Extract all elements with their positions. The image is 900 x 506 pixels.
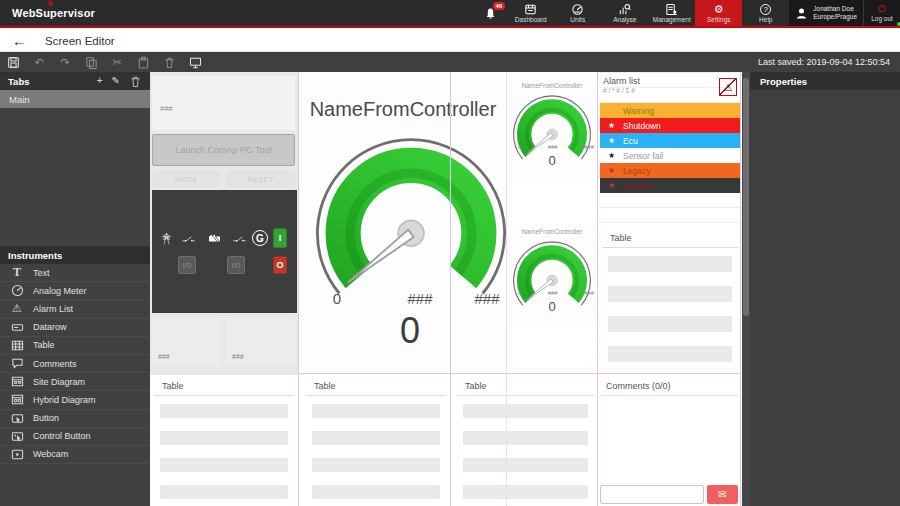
comment-input[interactable] [600,485,704,504]
comments-title: Comments (0/0) [600,375,738,396]
analog-meter-big[interactable]: NameFromController 0 ### ### 0 [298,72,508,373]
editor-canvas[interactable]: ### Launch ComAp PC Tool MODE RESET G I … [150,72,742,506]
instrument-item[interactable]: Analog Meter [0,282,150,300]
logout-button[interactable]: ⏻ Log out [863,0,900,26]
tabs-header: Tabs + ✎ [0,72,150,90]
gauge-value: 0 [298,310,522,352]
tab-item-main[interactable]: Main [0,90,150,108]
instrument-item[interactable]: Button [0,410,150,428]
alarm-row[interactable]: ★ Legacy [600,163,740,178]
alarm-label: Legacy [623,166,650,176]
top-nav-item[interactable]: Management [648,0,695,26]
text-widget[interactable]: ### [152,76,295,130]
alarm-label: Inactive [623,181,652,191]
instrument-item[interactable]: Table [0,337,150,355]
redo-button[interactable]: ↷ [52,57,78,68]
instrument-item[interactable]: Comments [0,355,150,373]
datarow-widget[interactable]: ### [152,317,221,365]
top-nav-item[interactable]: Units [554,0,601,26]
top-nav-label: Management [653,16,691,23]
instrument-item[interactable]: ⚠ Alarm List [0,300,150,318]
top-nav-item[interactable]: Dashboard [507,0,554,26]
gcb-breaker-button[interactable]: I/O [227,256,245,274]
alarm-row[interactable]: ★ Sensor fail [600,148,740,163]
alarm-mute-icon[interactable]: ⚠ [719,78,737,96]
save-button[interactable] [0,56,26,69]
editor-toolbar: ↶ ↷ ✂ Last saved: 2019-09-04 12:50:54 [0,52,900,72]
alarm-row[interactable]: Warning [600,103,740,118]
analog-meter-small[interactable]: NameFromController 0 ### ### 0 [508,224,596,328]
alarm-row[interactable]: ★ Ecu [600,133,740,148]
instrument-item[interactable]: T Text [0,264,150,282]
datarow-widget[interactable]: ### [226,317,295,365]
send-comment-button[interactable]: ✉ [707,485,738,504]
alarm-list-widget[interactable]: Alarm list # / * # / Σ # ⚠ Warning ★ Shu… [600,76,740,200]
analog-meter-icon [10,284,24,298]
launch-comap-button[interactable]: Launch ComAp PC Tool [152,134,295,166]
instrument-label: Alarm List [33,304,73,314]
table-widget[interactable]: Table [600,227,740,373]
brand-logo[interactable]: ✳ WebSupervisor [0,0,170,26]
preview-button[interactable] [182,56,208,69]
instrument-label: Analog Meter [33,286,87,296]
mode-button[interactable]: MODE [152,170,221,188]
top-nav-item[interactable]: Analyse [601,0,648,26]
alarm-star-icon: ★ [608,136,616,145]
single-line-diagram-widget[interactable]: G I I/O I/O O [152,190,297,313]
instrument-item[interactable]: Site Diagram [0,373,150,391]
instruments-header: Instruments [0,246,150,264]
mcb-breaker-button[interactable]: I/O [178,256,196,274]
table-widget[interactable]: Table [152,375,296,506]
instrument-item[interactable]: Hybrid Diagram [0,391,150,409]
table-row [463,404,588,418]
analyse-icon [618,3,631,15]
table-row [312,431,440,445]
paste-button[interactable] [130,56,156,69]
logout-label: Log out [871,15,893,22]
alarm-row[interactable]: ★ Inactive [600,178,740,193]
table-row [160,404,288,418]
instrument-item[interactable]: Webcam [0,446,150,464]
user-menu[interactable]: Jonathan Doe Europe/Prague [789,0,863,26]
tabs-title: Tabs [8,76,29,87]
top-nav-label: Units [570,16,585,23]
copy-button[interactable] [78,56,104,69]
top-navigation-bar: ✳ WebSupervisor 46 Dashboard Units Analy… [0,0,900,28]
top-nav-item[interactable]: ⚙ Settings [695,0,742,26]
table-title: Table [602,227,738,248]
instrument-label: Table [33,340,55,350]
table-row [312,458,440,472]
analog-meter-small[interactable]: NameFromController 0 ### ### 0 [508,78,596,182]
undo-button[interactable]: ↶ [26,57,52,68]
notifications-button[interactable]: 46 [473,0,507,26]
power-icon: ⏻ [878,4,886,14]
cut-button[interactable]: ✂ [104,57,130,68]
table-title: Table [457,375,594,396]
hybrid-diagram-icon [10,393,24,407]
gauge-mid-label: ### [395,290,445,307]
comments-icon [10,357,24,371]
table-widget[interactable]: Table [455,375,596,506]
table-widget[interactable]: Table [304,375,448,506]
canvas-scrollbar[interactable] [742,72,750,506]
table-row [312,485,440,499]
start-button[interactable]: I [273,228,287,248]
instrument-label: Datarow [33,322,67,332]
instrument-item[interactable]: Datarow [0,319,150,337]
alarm-row[interactable]: ★ Shutdown [600,118,740,133]
instrument-item[interactable]: Control Button [0,428,150,446]
add-tab-button[interactable]: + [97,76,103,86]
edit-tab-button[interactable]: ✎ [112,76,120,86]
stop-button[interactable]: O [273,256,287,274]
table-row [608,256,732,272]
notification-badge: 46 [493,2,506,10]
top-nav-item[interactable]: ? Help [742,0,789,26]
envelope-icon: ✉ [718,489,726,500]
reset-button[interactable]: RESET [226,170,295,188]
delete-button[interactable] [156,56,182,69]
table-icon [10,338,24,352]
comments-widget[interactable]: Comments (0/0) ✉ [598,375,740,506]
delete-tab-button[interactable] [129,75,142,88]
back-button[interactable]: ← [12,33,27,48]
scrollbar-thumb[interactable] [743,78,749,316]
